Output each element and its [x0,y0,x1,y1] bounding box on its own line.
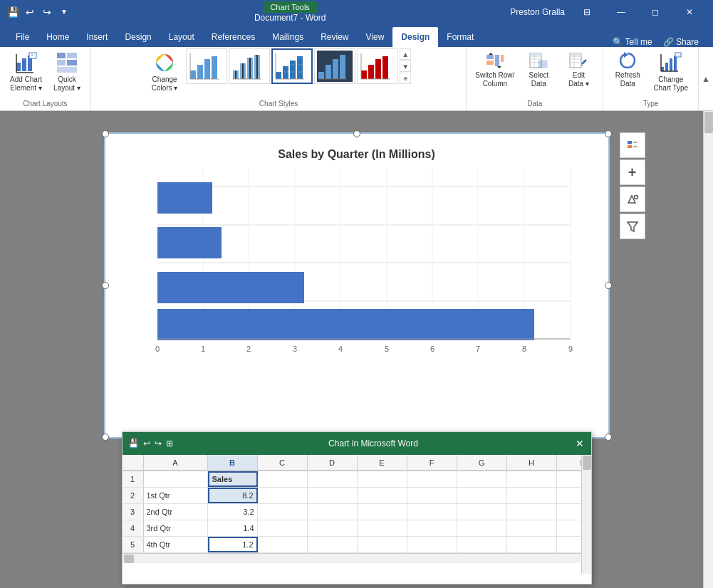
ribbon-display-btn[interactable]: ⊟ [571,0,603,23]
cell-a3[interactable]: 2nd Qtr [144,504,208,520]
cell-b1[interactable]: Sales [208,471,258,487]
handle-tl[interactable] [102,130,109,137]
handle-tr[interactable] [605,130,612,137]
cell-d4[interactable] [308,520,358,536]
cell-b5[interactable]: 1.2 [208,537,258,552]
maximize-btn[interactable]: ◻ [639,0,672,23]
cell-b3[interactable]: 3.2 [208,504,258,520]
tab-view[interactable]: View [358,27,393,47]
chart-container[interactable]: Sales by Quarter (In Millions) [104,132,610,439]
cell-g3[interactable] [457,504,507,520]
add-chart-element-btn[interactable]: + Add ChartElement ▾ [6,48,46,95]
excel-grid-icon[interactable]: ⊞ [166,439,173,448]
cell-g4[interactable] [457,520,507,536]
chart-filter-tool-btn[interactable] [620,214,645,239]
cell-h1[interactable] [507,471,557,487]
chart-style-tool-btn[interactable] [620,187,645,212]
cell-e5[interactable] [358,537,407,552]
cell-f5[interactable] [407,537,457,552]
chart-styles-down-arrow[interactable]: ▼ [400,61,411,72]
tab-layout[interactable]: Layout [160,27,203,47]
tab-design-chart[interactable]: Design [392,27,438,47]
customize-quick-access-icon[interactable]: ▼ [58,6,70,18]
cell-b2[interactable]: 8.2 [208,488,258,503]
cell-h3[interactable] [507,504,557,520]
cell-g2[interactable] [457,488,507,503]
cell-c5[interactable] [258,537,308,552]
handle-mr[interactable] [605,282,612,289]
handle-bl[interactable] [102,434,109,441]
col-header-f[interactable]: F [407,455,457,471]
col-header-d[interactable]: D [308,455,358,471]
chart-styles-up-arrow[interactable]: ▲ [400,48,411,60]
excel-close-btn[interactable]: ✕ [574,438,586,449]
cell-h2[interactable] [507,488,557,503]
cell-c1[interactable] [258,471,308,487]
tell-me-input[interactable]: 🔍 Tell me [613,37,652,47]
handle-ml[interactable] [102,282,109,289]
quick-layout-btn[interactable]: QuickLayout ▾ [49,48,85,95]
change-chart-type-btn[interactable]: ↔ ChangeChart Type [649,48,692,95]
save-icon-excel[interactable]: 💾 [128,439,139,448]
cell-a2[interactable]: 1st Qtr [144,488,208,503]
col-header-e[interactable]: E [358,455,407,471]
cell-g1[interactable] [457,471,507,487]
undo-icon-excel[interactable]: ↩ [143,439,150,448]
cell-c3[interactable] [258,504,308,520]
cell-h5[interactable] [507,537,557,552]
cell-c2[interactable] [258,488,308,503]
refresh-data-btn[interactable]: RefreshData [609,48,646,90]
col-header-g[interactable]: G [457,455,507,471]
tab-design-doc[interactable]: Design [116,27,160,47]
h-scroll-thumb[interactable] [124,555,134,563]
excel-vertical-scrollbar[interactable] [581,455,591,574]
tab-file[interactable]: File [7,27,38,47]
ribbon-scroll-btn[interactable]: ▲ [702,74,710,84]
chart-style-4[interactable] [314,48,355,84]
cell-e4[interactable] [358,520,407,536]
cell-d1[interactable] [308,471,358,487]
cell-f3[interactable] [407,504,457,520]
save-icon[interactable]: 💾 [7,6,19,18]
spreadsheet-horizontal-scrollbar[interactable]: ▶ [123,553,591,563]
cell-f1[interactable] [407,471,457,487]
tab-insert[interactable]: Insert [78,27,116,47]
excel-v-scroll-thumb[interactable] [583,456,591,470]
add-chart-element-tool-btn[interactable]: + [620,159,645,185]
chart-legend-tool-btn[interactable] [620,132,645,158]
edit-data-btn[interactable]: EditData ▾ [560,48,597,90]
minimize-btn[interactable]: — [605,0,637,23]
cell-f4[interactable] [407,520,457,536]
select-data-btn[interactable]: SelectData [520,48,557,90]
handle-tc[interactable] [353,130,360,137]
cell-a5[interactable]: 4th Qtr [144,537,208,552]
chart-styles-expand-arrow[interactable]: ⊕ [400,73,411,84]
col-header-b[interactable]: B [208,455,258,471]
tab-format-chart[interactable]: Format [438,27,482,47]
col-header-h[interactable]: H [507,455,557,471]
cell-f2[interactable] [407,488,457,503]
cell-d2[interactable] [308,488,358,503]
switch-row-column-btn[interactable]: Switch Row/Column [472,48,517,90]
cell-d5[interactable] [308,537,358,552]
cell-c4[interactable] [258,520,308,536]
undo-icon[interactable]: ↩ [24,6,36,18]
tab-mailings[interactable]: Mailings [264,27,312,47]
col-header-c[interactable]: C [258,455,308,471]
chart-style-2[interactable] [229,48,270,84]
handle-br[interactable] [605,434,612,441]
chart-style-5[interactable] [357,48,398,84]
tab-references[interactable]: References [203,27,264,47]
cell-e3[interactable] [358,504,407,520]
redo-icon-excel[interactable]: ↪ [155,439,162,448]
cell-a1[interactable] [144,471,208,487]
col-header-a[interactable]: A [144,455,208,471]
chart-style-3[interactable] [271,48,313,84]
cell-h4[interactable] [507,520,557,536]
cell-d3[interactable] [308,504,358,520]
share-btn[interactable]: 🔗 Share [663,37,699,47]
tab-review[interactable]: Review [312,27,357,47]
cell-e2[interactable] [358,488,407,503]
redo-icon[interactable]: ↪ [41,6,53,18]
tab-home[interactable]: Home [38,27,78,47]
